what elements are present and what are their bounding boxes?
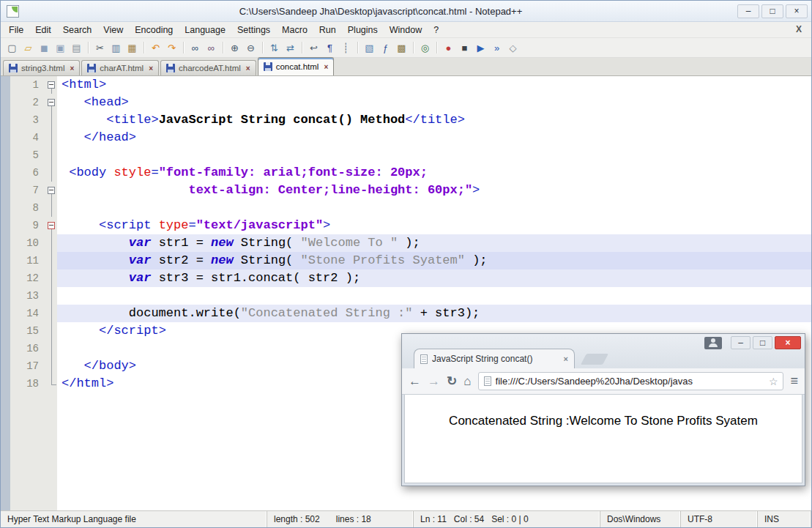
- line-number[interactable]: 16: [10, 340, 45, 357]
- editor-line-1[interactable]: 1<html>: [10, 76, 811, 94]
- maximize-button[interactable]: □: [761, 4, 783, 18]
- line-number[interactable]: 6: [10, 164, 45, 182]
- tab-string3-html[interactable]: string3.html×: [3, 60, 80, 75]
- editor-line-9[interactable]: 9 <script type="text/javascript">: [10, 217, 811, 234]
- editor-line-7[interactable]: 7 text-align: Center;line-height: 60px;"…: [10, 182, 811, 199]
- new-file-button[interactable]: ▢: [4, 40, 20, 56]
- tab-close-icon[interactable]: ×: [324, 63, 328, 71]
- editor-line-11[interactable]: 11 var str2 = new String( "Stone Profits…: [10, 252, 811, 269]
- editor-line-13[interactable]: 13: [10, 287, 811, 305]
- browser-minimize-button[interactable]: –: [731, 336, 750, 349]
- undo-button[interactable]: ↶: [148, 40, 163, 56]
- menu-close-button[interactable]: X: [793, 24, 805, 34]
- line-number[interactable]: 18: [10, 375, 45, 393]
- save-all-button[interactable]: ▣: [53, 40, 68, 56]
- fold-collapse-icon[interactable]: [45, 94, 57, 111]
- replace-button[interactable]: ∞: [204, 40, 219, 56]
- play-macro-button[interactable]: ▶: [473, 40, 488, 56]
- monitoring-button[interactable]: ◎: [417, 40, 433, 56]
- menu-item-view[interactable]: View: [97, 23, 129, 37]
- editor-line-4[interactable]: 4 </head>: [10, 129, 811, 146]
- tab-charAT-html[interactable]: charAT.html×: [81, 60, 159, 75]
- profile-icon[interactable]: [704, 337, 722, 349]
- line-number[interactable]: 17: [10, 357, 45, 375]
- menu-item-help[interactable]: ?: [428, 23, 444, 37]
- line-number[interactable]: 4: [10, 129, 45, 146]
- open-folder-button[interactable]: ▱: [21, 40, 36, 56]
- menu-item-run[interactable]: Run: [313, 23, 342, 37]
- menu-item-macro[interactable]: Macro: [276, 23, 313, 37]
- editor-line-8[interactable]: 8: [10, 199, 811, 217]
- tab-close-icon[interactable]: ×: [246, 64, 250, 72]
- fold-collapse-icon[interactable]: [45, 182, 57, 199]
- word-wrap-button[interactable]: ↩: [306, 40, 321, 56]
- browser-tab-close-icon[interactable]: ×: [564, 354, 568, 363]
- run-macro-multiple-button[interactable]: »: [489, 40, 504, 56]
- bookmark-star-icon[interactable]: ☆: [769, 376, 778, 387]
- editor-line-5[interactable]: 5: [10, 146, 811, 164]
- editor-line-10[interactable]: 10 var str1 = new String( "Welcome To " …: [10, 234, 811, 252]
- record-macro-button[interactable]: ●: [441, 40, 456, 56]
- sync-vertical-button[interactable]: ⇅: [267, 40, 282, 56]
- address-bar[interactable]: file:///C:/Users/Sandeep%20Jha/Desktop/j…: [478, 372, 784, 390]
- tab-concat-html[interactable]: concat.html×: [258, 57, 335, 75]
- fold-collapse-icon[interactable]: [45, 76, 57, 94]
- line-number[interactable]: 11: [10, 252, 45, 269]
- line-number[interactable]: 8: [10, 199, 45, 217]
- tab-close-icon[interactable]: ×: [70, 64, 74, 72]
- line-number[interactable]: 12: [10, 269, 45, 287]
- editor-line-14[interactable]: 14 document.write("Concatenated String :…: [10, 305, 811, 322]
- line-number[interactable]: 9: [10, 217, 45, 234]
- save-macro-button[interactable]: ◇: [505, 40, 521, 56]
- menu-item-window[interactable]: Window: [384, 23, 428, 37]
- chrome-menu-icon[interactable]: ≡: [790, 373, 798, 389]
- sync-horizontal-button[interactable]: ⇄: [283, 40, 298, 56]
- reload-icon[interactable]: ↻: [447, 375, 457, 387]
- line-number[interactable]: 7: [10, 182, 45, 199]
- menu-item-plugins[interactable]: Plugins: [342, 23, 384, 37]
- cut-button[interactable]: ✂: [92, 40, 108, 56]
- line-number[interactable]: 1: [10, 76, 45, 94]
- bookmark-margin[interactable]: [1, 76, 10, 510]
- find-button[interactable]: ∞: [187, 40, 203, 56]
- tab-charcodeAT-html[interactable]: charcodeAT.html×: [160, 60, 256, 75]
- menu-item-settings[interactable]: Settings: [231, 23, 276, 37]
- new-tab-button[interactable]: [581, 354, 608, 365]
- back-icon[interactable]: ←: [409, 375, 421, 387]
- browser-close-button[interactable]: ×: [775, 336, 801, 349]
- menu-item-edit[interactable]: Edit: [29, 23, 57, 37]
- menu-item-search[interactable]: Search: [57, 23, 98, 37]
- forward-icon[interactable]: →: [428, 375, 440, 387]
- print-button[interactable]: ▤: [69, 40, 84, 56]
- line-number[interactable]: 10: [10, 234, 45, 252]
- zoom-in-button[interactable]: ⊕: [227, 40, 242, 56]
- fold-collapse-icon[interactable]: [45, 217, 57, 234]
- editor-line-6[interactable]: 6 <body style="font-family: arial;font-s…: [10, 164, 811, 182]
- folder-as-workspace-button[interactable]: ▩: [394, 40, 409, 56]
- browser-tab[interactable]: JavaScript String concat() ×: [414, 349, 575, 368]
- minimize-button[interactable]: –: [737, 4, 759, 18]
- function-list-button[interactable]: ƒ: [378, 40, 393, 56]
- line-number[interactable]: 13: [10, 287, 45, 305]
- show-all-characters-button[interactable]: ¶: [322, 40, 338, 56]
- line-number[interactable]: 5: [10, 146, 45, 164]
- document-map-button[interactable]: ▧: [362, 40, 377, 56]
- editor-line-12[interactable]: 12 var str3 = str1.concat( str2 );: [10, 269, 811, 287]
- menu-item-encoding[interactable]: Encoding: [129, 23, 179, 37]
- home-icon[interactable]: ⌂: [463, 375, 471, 387]
- editor-line-3[interactable]: 3 <title>JavaScript String concat() Meth…: [10, 111, 811, 129]
- zoom-out-button[interactable]: ⊖: [243, 40, 258, 56]
- menu-item-file[interactable]: File: [3, 23, 29, 37]
- menu-item-language[interactable]: Language: [179, 23, 231, 37]
- stop-recording-button[interactable]: ■: [457, 40, 472, 56]
- editor-line-2[interactable]: 2 <head>: [10, 94, 811, 111]
- line-number[interactable]: 2: [10, 94, 45, 111]
- indent-guide-button[interactable]: ┊: [338, 40, 354, 56]
- line-number[interactable]: 14: [10, 305, 45, 322]
- copy-button[interactable]: ▥: [108, 40, 124, 56]
- browser-maximize-button[interactable]: □: [753, 336, 772, 349]
- line-number[interactable]: 3: [10, 111, 45, 129]
- save-button[interactable]: ◼: [37, 40, 52, 56]
- line-number[interactable]: 15: [10, 322, 45, 340]
- paste-button[interactable]: ▦: [124, 40, 140, 56]
